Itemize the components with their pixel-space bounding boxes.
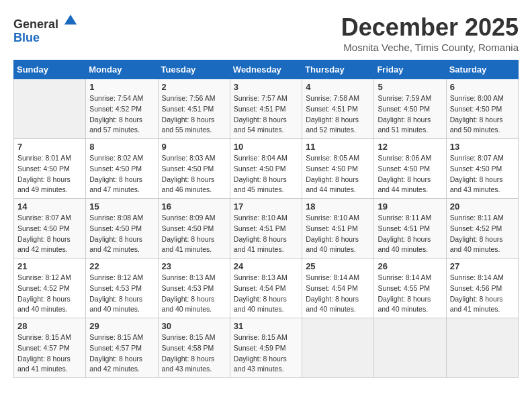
calendar-cell: 12Sunrise: 8:06 AMSunset: 4:50 PMDayligh… [374, 139, 446, 199]
calendar-week-row: 1Sunrise: 7:54 AMSunset: 4:52 PMDaylight… [14, 79, 519, 139]
day-info: Sunrise: 8:14 AMSunset: 4:55 PMDaylight:… [378, 273, 442, 315]
day-info: Sunrise: 8:03 AMSunset: 4:50 PMDaylight:… [162, 153, 226, 195]
day-info: Sunrise: 8:15 AMSunset: 4:58 PMDaylight:… [162, 332, 226, 375]
calendar-cell [302, 318, 374, 378]
calendar-body: 1Sunrise: 7:54 AMSunset: 4:52 PMDaylight… [14, 79, 519, 378]
day-info: Sunrise: 7:56 AMSunset: 4:51 PMDaylight:… [162, 93, 226, 136]
day-number: 27 [450, 261, 515, 271]
calendar-week-row: 14Sunrise: 8:07 AMSunset: 4:50 PMDayligh… [14, 199, 519, 259]
calendar-cell: 23Sunrise: 8:13 AMSunset: 4:53 PMDayligh… [158, 259, 230, 318]
day-info: Sunrise: 8:15 AMSunset: 4:59 PMDaylight:… [234, 332, 298, 375]
calendar-cell: 19Sunrise: 8:11 AMSunset: 4:51 PMDayligh… [374, 199, 446, 259]
calendar-cell: 7Sunrise: 8:01 AMSunset: 4:50 PMDaylight… [14, 139, 86, 199]
day-number: 4 [306, 82, 370, 92]
weekday-header: Tuesday [158, 60, 230, 79]
day-number: 24 [234, 261, 298, 271]
calendar-cell: 9Sunrise: 8:03 AMSunset: 4:50 PMDaylight… [158, 139, 230, 199]
day-number: 23 [162, 261, 226, 271]
day-info: Sunrise: 8:02 AMSunset: 4:50 PMDaylight:… [89, 153, 154, 195]
weekday-header: Friday [374, 60, 446, 79]
calendar-cell: 15Sunrise: 8:08 AMSunset: 4:50 PMDayligh… [86, 199, 158, 259]
calendar-cell: 21Sunrise: 8:12 AMSunset: 4:52 PMDayligh… [14, 259, 86, 318]
calendar-cell: 28Sunrise: 8:15 AMSunset: 4:57 PMDayligh… [14, 318, 86, 378]
day-number: 25 [306, 261, 370, 271]
calendar-cell: 16Sunrise: 8:09 AMSunset: 4:50 PMDayligh… [158, 199, 230, 259]
day-info: Sunrise: 7:57 AMSunset: 4:51 PMDaylight:… [234, 93, 298, 136]
day-info: Sunrise: 8:00 AMSunset: 4:50 PMDaylight:… [450, 93, 515, 136]
day-number: 22 [89, 261, 154, 271]
day-number: 10 [234, 142, 298, 152]
weekday-header: Sunday [14, 60, 86, 79]
day-number: 9 [162, 142, 226, 152]
day-number: 26 [378, 261, 442, 271]
calendar-cell: 10Sunrise: 8:04 AMSunset: 4:50 PMDayligh… [230, 139, 302, 199]
day-number: 14 [17, 201, 82, 212]
day-info: Sunrise: 8:15 AMSunset: 4:57 PMDaylight:… [17, 332, 82, 375]
calendar-cell: 14Sunrise: 8:07 AMSunset: 4:50 PMDayligh… [14, 199, 86, 259]
calendar-cell: 31Sunrise: 8:15 AMSunset: 4:59 PMDayligh… [230, 318, 302, 378]
calendar-cell: 1Sunrise: 7:54 AMSunset: 4:52 PMDaylight… [86, 79, 158, 139]
svg-marker-0 [64, 15, 77, 25]
day-info: Sunrise: 8:11 AMSunset: 4:52 PMDaylight:… [450, 213, 515, 255]
calendar-cell: 20Sunrise: 8:11 AMSunset: 4:52 PMDayligh… [446, 199, 518, 259]
day-info: Sunrise: 8:15 AMSunset: 4:57 PMDaylight:… [89, 332, 154, 375]
day-info: Sunrise: 8:14 AMSunset: 4:54 PMDaylight:… [306, 273, 370, 315]
day-number: 3 [234, 82, 298, 92]
day-number: 18 [306, 201, 370, 212]
logo-general-text: General [13, 17, 58, 31]
day-number: 12 [378, 142, 442, 152]
calendar-week-row: 7Sunrise: 8:01 AMSunset: 4:50 PMDaylight… [14, 139, 519, 199]
day-info: Sunrise: 8:12 AMSunset: 4:53 PMDaylight:… [89, 273, 154, 315]
calendar-cell: 13Sunrise: 8:07 AMSunset: 4:50 PMDayligh… [446, 139, 518, 199]
weekday-header: Saturday [446, 60, 518, 79]
calendar-table: SundayMondayTuesdayWednesdayThursdayFrid… [13, 60, 519, 378]
calendar-cell [14, 79, 86, 139]
day-number: 20 [450, 201, 515, 212]
day-info: Sunrise: 8:13 AMSunset: 4:53 PMDaylight:… [162, 273, 226, 315]
day-info: Sunrise: 8:04 AMSunset: 4:50 PMDaylight:… [234, 153, 298, 195]
day-number: 29 [89, 321, 154, 331]
day-number: 13 [450, 142, 515, 152]
calendar-cell: 6Sunrise: 8:00 AMSunset: 4:50 PMDaylight… [446, 79, 518, 139]
day-info: Sunrise: 8:05 AMSunset: 4:50 PMDaylight:… [306, 153, 370, 195]
logo: General Blue [13, 13, 81, 45]
day-number: 16 [162, 201, 226, 212]
day-info: Sunrise: 8:09 AMSunset: 4:50 PMDaylight:… [162, 213, 226, 255]
weekday-header: Monday [86, 60, 158, 79]
day-number: 6 [450, 82, 515, 92]
day-info: Sunrise: 8:14 AMSunset: 4:56 PMDaylight:… [450, 273, 515, 315]
calendar-cell: 4Sunrise: 7:58 AMSunset: 4:51 PMDaylight… [302, 79, 374, 139]
day-number: 28 [17, 321, 82, 331]
day-number: 5 [378, 82, 442, 92]
calendar-cell: 5Sunrise: 7:59 AMSunset: 4:50 PMDaylight… [374, 79, 446, 139]
day-number: 17 [234, 201, 298, 212]
calendar-week-row: 21Sunrise: 8:12 AMSunset: 4:52 PMDayligh… [14, 259, 519, 318]
calendar-cell: 26Sunrise: 8:14 AMSunset: 4:55 PMDayligh… [374, 259, 446, 318]
day-number: 11 [306, 142, 370, 152]
day-number: 8 [89, 142, 154, 152]
calendar-cell: 3Sunrise: 7:57 AMSunset: 4:51 PMDaylight… [230, 79, 302, 139]
calendar-cell: 2Sunrise: 7:56 AMSunset: 4:51 PMDaylight… [158, 79, 230, 139]
title-block: December 2025 Mosnita Veche, Timis Count… [341, 13, 519, 53]
day-info: Sunrise: 8:08 AMSunset: 4:50 PMDaylight:… [89, 213, 154, 255]
weekday-header: Thursday [302, 60, 374, 79]
location-title: Mosnita Veche, Timis County, Romania [341, 42, 519, 53]
calendar-cell [374, 318, 446, 378]
logo-icon [63, 13, 78, 28]
day-info: Sunrise: 8:06 AMSunset: 4:50 PMDaylight:… [378, 153, 442, 195]
logo-blue-text: Blue [13, 31, 40, 44]
day-info: Sunrise: 8:12 AMSunset: 4:52 PMDaylight:… [17, 273, 82, 315]
calendar-cell: 25Sunrise: 8:14 AMSunset: 4:54 PMDayligh… [302, 259, 374, 318]
day-number: 15 [89, 201, 154, 212]
day-info: Sunrise: 7:54 AMSunset: 4:52 PMDaylight:… [89, 93, 154, 136]
day-number: 30 [162, 321, 226, 331]
day-info: Sunrise: 8:01 AMSunset: 4:50 PMDaylight:… [17, 153, 82, 195]
day-info: Sunrise: 8:07 AMSunset: 4:50 PMDaylight:… [17, 213, 82, 255]
calendar-header: SundayMondayTuesdayWednesdayThursdayFrid… [14, 60, 519, 79]
day-info: Sunrise: 7:59 AMSunset: 4:50 PMDaylight:… [378, 93, 442, 136]
calendar-cell: 11Sunrise: 8:05 AMSunset: 4:50 PMDayligh… [302, 139, 374, 199]
calendar-cell [446, 318, 518, 378]
calendar-week-row: 28Sunrise: 8:15 AMSunset: 4:57 PMDayligh… [14, 318, 519, 378]
calendar-cell: 17Sunrise: 8:10 AMSunset: 4:51 PMDayligh… [230, 199, 302, 259]
day-number: 31 [234, 321, 298, 331]
